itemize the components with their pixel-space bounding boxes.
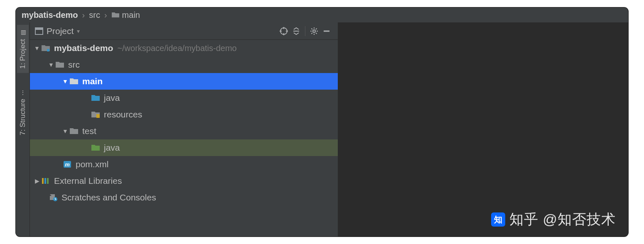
- svg-line-13: [312, 28, 312, 29]
- tree-scratches[interactable]: Scratches and Consoles: [30, 189, 338, 206]
- project-icon: [35, 27, 43, 35]
- breadcrumb-main[interactable]: main: [122, 10, 140, 20]
- tree-root[interactable]: ▼ mybatis-demo ~/workspace/idea/mybatis-…: [30, 40, 338, 56]
- tree-test-java[interactable]: java: [30, 139, 338, 156]
- ide-window: mybatis-demo › src › main 1: Project ▤ 7…: [16, 7, 628, 237]
- svg-rect-19: [96, 114, 100, 118]
- target-icon[interactable]: [278, 25, 290, 37]
- tree-test[interactable]: ▼ test: [30, 123, 338, 139]
- tree-item-label: pom.xml: [76, 159, 108, 169]
- structure-tool-label: 7: Structure: [19, 99, 27, 135]
- project-tool-tab[interactable]: 1: Project ▤: [17, 25, 29, 73]
- tree-item-label: resources: [104, 110, 142, 120]
- tree-item-label: main: [82, 76, 103, 86]
- chevron-down-icon: ▼: [47, 61, 55, 68]
- tree-external-libraries[interactable]: ▶ External Libraries: [30, 173, 338, 189]
- module-folder-icon: [41, 44, 51, 52]
- tree-item-label: java: [104, 93, 120, 103]
- folder-icon: [111, 12, 120, 18]
- tree-main[interactable]: ▼ main: [30, 73, 338, 90]
- tree-src[interactable]: ▼ src: [30, 56, 338, 73]
- svg-point-8: [313, 30, 315, 32]
- tree-item-label: Scratches and Consoles: [61, 193, 156, 203]
- gear-icon[interactable]: [308, 25, 320, 37]
- svg-rect-1: [35, 28, 43, 30]
- tree-pom[interactable]: m pom.xml: [30, 156, 338, 173]
- libraries-icon: [41, 177, 51, 185]
- tree-main-java[interactable]: java: [30, 90, 338, 106]
- svg-line-14: [316, 33, 317, 34]
- separator: [305, 26, 305, 36]
- svg-rect-22: [42, 178, 44, 184]
- folder-icon: [69, 127, 79, 135]
- collapse-all-icon[interactable]: [290, 25, 302, 37]
- tree-root-name: mybatis-demo: [54, 43, 113, 53]
- maven-file-icon: m: [62, 160, 72, 168]
- chevron-right-icon: ›: [82, 10, 85, 20]
- hide-icon[interactable]: [320, 25, 333, 37]
- project-panel-title[interactable]: Project: [47, 26, 74, 36]
- tree-item-label: src: [68, 60, 80, 70]
- svg-text:m: m: [65, 161, 70, 168]
- source-folder-icon: [91, 94, 101, 102]
- editor-area: [338, 22, 628, 237]
- chevron-right-icon: ›: [104, 10, 107, 20]
- test-folder-icon: [91, 144, 101, 152]
- svg-rect-18: [47, 49, 49, 51]
- tree-item-label: External Libraries: [54, 176, 122, 186]
- folder-icon: [55, 61, 65, 69]
- structure-tool-tab[interactable]: 7: Structure ⋮: [17, 85, 29, 139]
- resources-folder-icon: [91, 110, 101, 119]
- svg-rect-24: [47, 178, 49, 184]
- chevron-down-icon: ▼: [61, 78, 69, 85]
- tree-resources[interactable]: resources: [30, 106, 338, 123]
- chevron-right-icon: ▶: [33, 178, 41, 184]
- structure-icon: ⋮: [20, 89, 26, 96]
- project-panel: Project ▾ ▼: [30, 22, 338, 237]
- ide-body: 1: Project ▤ 7: Structure ⋮ Project ▾: [16, 22, 628, 237]
- chevron-down-icon: ▼: [33, 45, 41, 51]
- svg-line-15: [312, 33, 312, 34]
- folder-icon: ▤: [20, 29, 26, 36]
- breadcrumb-root[interactable]: mybatis-demo: [22, 10, 78, 20]
- breadcrumb-src[interactable]: src: [89, 10, 100, 20]
- tool-gutter: 1: Project ▤ 7: Structure ⋮: [16, 22, 30, 237]
- tree-root-path: ~/workspace/idea/mybatis-demo: [117, 44, 236, 53]
- scratches-icon: [48, 193, 58, 202]
- folder-icon: [69, 77, 79, 85]
- chevron-down-icon[interactable]: ▾: [77, 28, 80, 34]
- svg-rect-23: [44, 178, 46, 184]
- project-panel-header: Project ▾: [30, 22, 338, 40]
- breadcrumb: mybatis-demo › src › main: [16, 7, 628, 22]
- chevron-down-icon: ▼: [61, 128, 69, 134]
- tree-item-label: java: [104, 143, 120, 153]
- project-tool-label: 1: Project: [19, 39, 27, 69]
- svg-line-16: [316, 28, 317, 29]
- project-tree: ▼ mybatis-demo ~/workspace/idea/mybatis-…: [30, 40, 338, 237]
- tree-item-label: test: [82, 126, 96, 136]
